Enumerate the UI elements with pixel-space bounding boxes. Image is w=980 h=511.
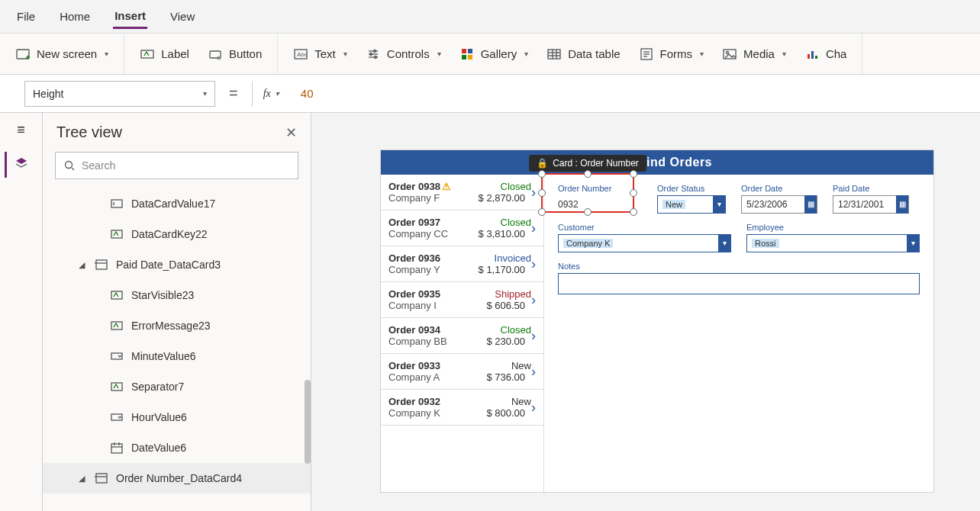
tree-node-label: Paid Date_DataCard3 — [116, 259, 221, 271]
gallery-row[interactable]: Order 0932Company KNew$ 800.00› — [381, 390, 543, 426]
tree-node-label: Separator7 — [131, 381, 184, 393]
button-button[interactable]: Button — [203, 43, 266, 65]
calendar-icon: ▦ — [804, 195, 817, 214]
svg-line-32 — [72, 168, 74, 170]
gallery-row[interactable]: Order 0934Company BBClosed$ 230.00› — [381, 318, 543, 354]
new-screen-button[interactable]: New screen▾ — [11, 43, 113, 65]
forms-button[interactable]: Forms▾ — [634, 43, 709, 65]
form: 🔒 Card : Order Number Order Number 0932 — [544, 175, 933, 492]
svg-rect-29 — [811, 51, 814, 59]
svg-rect-15 — [462, 55, 466, 59]
forms-icon — [639, 47, 654, 62]
controls-icon — [366, 47, 381, 62]
menu-insert[interactable]: Insert — [113, 5, 147, 29]
text-button[interactable]: Abc Text▾ — [289, 43, 352, 65]
tree-node-label: Order Number_DataCard4 — [116, 472, 242, 484]
data-table-button[interactable]: Data table — [542, 43, 624, 65]
tree-node-label: HourValue6 — [131, 411, 187, 423]
svg-point-27 — [727, 51, 729, 53]
label-icon — [110, 319, 124, 333]
tree-list[interactable]: DataCardValue17DataCardKey22◢Paid Date_D… — [43, 185, 311, 511]
svg-rect-28 — [808, 54, 810, 59]
button-icon — [208, 47, 223, 62]
media-icon — [722, 47, 737, 62]
gallery-button[interactable]: Gallery▾ — [455, 43, 534, 65]
selected-card[interactable]: 🔒 Card : Order Number — [541, 173, 634, 213]
order-status-label: Order Status — [657, 184, 726, 193]
dropdown-icon — [110, 410, 124, 424]
lock-icon: 🔒 — [537, 158, 548, 169]
paid-date-picker[interactable]: 12/31/2001▦ — [833, 195, 909, 214]
notes-input[interactable] — [558, 273, 920, 294]
svg-rect-38 — [111, 291, 122, 299]
label-icon — [110, 288, 124, 302]
gallery-row[interactable]: Order 0938⚠Company FClosed$ 2,870.00› — [381, 175, 543, 211]
gallery-row[interactable]: Order 0937Company CCClosed$ 3,810.00› — [381, 211, 543, 246]
svg-rect-14 — [468, 49, 472, 53]
gallery-row[interactable]: Order 0935Company IShipped$ 606.50› — [381, 282, 543, 318]
tree-view-toggle[interactable] — [5, 152, 36, 178]
screen-icon — [15, 47, 31, 62]
canvas[interactable]: Northwind Orders Order 0938⚠Company FClo… — [311, 113, 980, 511]
tree-panel: Tree view ✕ Search DataCardValue17DataCa… — [43, 113, 311, 511]
menu-file[interactable]: File — [15, 5, 37, 27]
twisty-icon[interactable]: ◢ — [78, 474, 85, 484]
tree-node[interactable]: ErrorMessage23 — [43, 310, 311, 341]
close-icon[interactable]: ✕ — [285, 124, 297, 141]
svg-point-31 — [66, 162, 73, 169]
order-status-dropdown[interactable]: New▾ — [657, 195, 726, 214]
chevron-right-icon: › — [531, 400, 536, 416]
customer-dropdown[interactable]: Company K▾ — [558, 234, 731, 252]
svg-rect-41 — [111, 383, 122, 390]
svg-rect-36 — [96, 260, 107, 269]
svg-rect-47 — [96, 474, 107, 483]
selection-label: 🔒 Card : Order Number — [529, 155, 646, 172]
tree-node[interactable]: HourValue6 — [43, 402, 311, 432]
tree-node[interactable]: ◢Order Number_DataCard4 — [43, 463, 311, 493]
property-selector[interactable]: Height▾ — [24, 81, 215, 107]
gallery-list[interactable]: Order 0938⚠Company FClosed$ 2,870.00›Ord… — [381, 175, 544, 492]
tree-node-label: DataCardValue17 — [131, 198, 215, 210]
gallery-row[interactable]: Order 0933Company ANew$ 736.00› — [381, 354, 543, 390]
layers-icon — [15, 156, 28, 170]
tree-node[interactable]: Separator7 — [43, 371, 311, 402]
fx-button[interactable]: fx▾ — [252, 81, 290, 107]
tree-node[interactable]: DataCardValue17 — [43, 188, 311, 219]
svg-rect-3 — [141, 50, 153, 58]
chart-icon — [804, 47, 820, 62]
formula-value[interactable]: 40 — [290, 87, 314, 100]
paid-date-label: Paid Date — [833, 184, 909, 193]
tree-node-label: DataCardKey22 — [131, 228, 208, 240]
menu-home[interactable]: Home — [58, 5, 92, 27]
order-date-label: Order Date — [741, 184, 817, 193]
tree-node[interactable]: StarVisible23 — [43, 280, 311, 310]
calendar-icon: ▦ — [896, 195, 908, 214]
tree-node[interactable]: DateValue6 — [43, 432, 311, 463]
gallery-row[interactable]: Order 0936Company YInvoiced$ 1,170.00› — [381, 246, 543, 282]
tree-node[interactable]: DataCardKey22 — [43, 219, 311, 249]
scrollbar[interactable] — [305, 380, 311, 464]
svg-text:Abc: Abc — [297, 51, 308, 58]
tree-title: Tree view — [56, 124, 122, 141]
chevron-right-icon: › — [531, 256, 536, 272]
chevron-right-icon: › — [531, 220, 536, 236]
table-icon — [546, 47, 562, 62]
hamburger-icon[interactable]: ≡ — [17, 122, 25, 138]
twisty-icon[interactable]: ◢ — [78, 260, 85, 270]
tree-node[interactable]: ◢Paid Date_DataCard3 — [43, 249, 311, 280]
date-icon — [110, 441, 124, 455]
menu-view[interactable]: View — [169, 5, 196, 27]
notes-label: Notes — [558, 262, 920, 271]
employee-dropdown[interactable]: Rossi▾ — [746, 234, 920, 252]
textbox-icon — [110, 197, 124, 211]
media-button[interactable]: Media▾ — [717, 43, 791, 65]
label-button[interactable]: Label — [135, 43, 194, 65]
tree-node[interactable]: MinuteValue6 — [43, 341, 311, 371]
order-date-picker[interactable]: 5/23/2006▦ — [741, 195, 817, 214]
charts-button[interactable]: Cha — [800, 43, 852, 65]
label-icon — [110, 227, 124, 241]
controls-button[interactable]: Controls▾ — [361, 43, 446, 65]
tree-search[interactable]: Search — [55, 152, 298, 179]
svg-rect-39 — [111, 322, 122, 329]
svg-rect-43 — [111, 444, 122, 453]
